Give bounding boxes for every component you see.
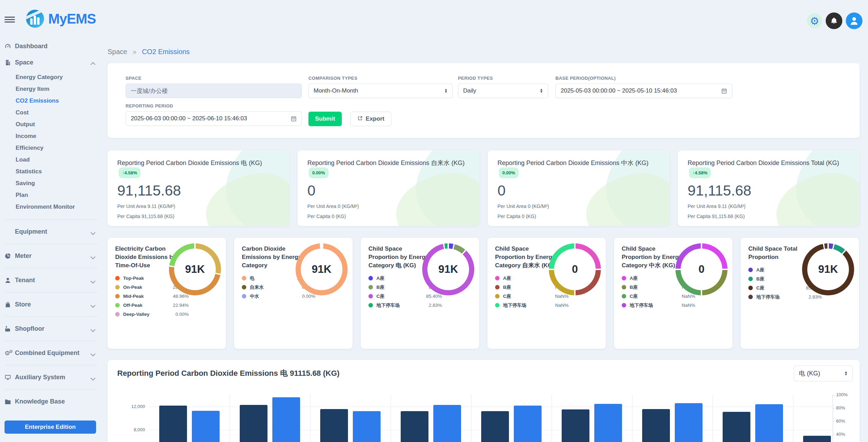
filter-panel: SPACE 一度城/办公楼 COMPARISON TYPES Month-On-… (108, 63, 860, 138)
donut-chart: 91K (422, 243, 474, 295)
app-logo[interactable]: MyEMS (26, 10, 96, 28)
bar-group9-series1 (803, 436, 831, 442)
legend-item[interactable]: 中水0.00% (242, 293, 315, 299)
breadcrumb-current: CO2 Emissions (142, 48, 190, 55)
legend-value: 85.40% (426, 294, 442, 299)
sidebar-subitem-energy-category[interactable]: Energy Category (16, 71, 102, 83)
sidebar-subitem-plan[interactable]: Plan (16, 189, 102, 201)
stat-card-badge: ↑4.58% (689, 167, 711, 178)
sidebar-subitem-output[interactable]: Output (16, 119, 102, 130)
v-gridline (552, 395, 552, 442)
legend-item[interactable]: C座NaN% (495, 293, 569, 299)
stat-card-per-unit-area: Per Unit Area 0 (KG/M²) (307, 203, 470, 209)
bar-chart-plot (149, 395, 833, 442)
comparison-types-select[interactable]: Month-On-Month ▲▼ (308, 84, 453, 98)
stat-card-per-unit-area: Per Unit Area 9.11 (KG/M²) (117, 203, 280, 209)
sidebar-subitem-saving[interactable]: Saving (16, 177, 102, 189)
sidebar-subitem-environment-monitor[interactable]: Environment Monitor (16, 201, 102, 213)
hamburger-menu-icon[interactable] (5, 17, 15, 23)
period-types-select[interactable]: Daily ▲▼ (458, 84, 548, 98)
legend-item[interactable]: 地下停车场NaN% (495, 302, 569, 308)
breadcrumb: Space » CO2 Emissions (108, 48, 190, 56)
bar-group2-series1 (240, 405, 267, 442)
y-axis-tick-12000: 12,000 (116, 404, 145, 409)
legend-value: 2.83% (429, 303, 442, 308)
legend-label: A座 (376, 275, 384, 281)
submit-button[interactable]: Submit (308, 112, 342, 126)
sidebar-item-auxiliary-system[interactable]: Auxiliary System (5, 369, 102, 385)
sidebar-item-label: Equipment (15, 228, 47, 235)
sidebar-subitem-cost[interactable]: Cost (16, 107, 102, 119)
legend-label: On-Peak (123, 284, 142, 290)
sidebar-subitem-load[interactable]: Load (16, 154, 102, 166)
sidebar-subitem-income[interactable]: Income (16, 130, 102, 142)
sidebar-subitem-statistics[interactable]: Statistics (16, 166, 102, 177)
donut-chart: 91K (802, 243, 854, 295)
sidebar-item-space[interactable]: Space (5, 54, 102, 71)
legend-label: C座 (630, 293, 638, 299)
legend-item[interactable]: C座NaN% (622, 293, 695, 299)
right-axis-label: 60% (836, 418, 845, 424)
sidebar-subitem-co2-emissions[interactable]: CO2 Emissions (16, 95, 102, 107)
sidebar-item-shopfloor[interactable]: Shopfloor (5, 321, 102, 337)
select-arrows-icon: ▲▼ (844, 371, 848, 376)
chart-energy-select[interactable]: 电 (KG) ▲▼ (794, 365, 853, 381)
bar-group6-series2 (594, 404, 622, 442)
sidebar-item-store[interactable]: Store (5, 296, 102, 313)
right-axis-tick (833, 422, 835, 422)
legend-value: 0.00% (302, 294, 315, 299)
bar-group7-series2 (675, 403, 703, 442)
legend-label: 中水 (250, 293, 259, 299)
export-button[interactable]: Export (350, 112, 391, 126)
sidebar-item-tenant[interactable]: Tenant (5, 272, 102, 288)
sidebar-item-equipment[interactable]: Equipment (5, 224, 102, 240)
sidebar-subitem-efficiency[interactable]: Efficiency (16, 142, 102, 154)
legend-item[interactable]: Mid-Peak48.96% (115, 293, 189, 299)
legend-item[interactable]: Off-Peak22.94% (115, 302, 189, 308)
notifications-bell-icon[interactable] (826, 12, 842, 29)
settings-gear-icon[interactable]: ⚙ (807, 13, 822, 28)
bar-group5-series2 (514, 406, 542, 442)
export-icon (357, 115, 363, 123)
sidebar-divider (5, 219, 98, 220)
sidebar-subitem-energy-item[interactable]: Energy Item (16, 83, 102, 95)
donut-center-value: 0 (681, 249, 722, 290)
legend-item[interactable]: C座85.40% (368, 293, 442, 299)
base-period-label: BASE PERIOD(OPTIONAL) (555, 76, 732, 81)
donut-chart: 91K (296, 243, 348, 295)
legend-label: Deep-Valley (123, 311, 150, 317)
stat-card-per-capita: Per Capita 91,115.68 (KG) (688, 214, 850, 219)
legend-item[interactable]: 地下停车场2.83% (748, 294, 822, 300)
reporting-period-input[interactable]: 2025-06-03 00:00:00 ~ 2025-06-10 15:46:0… (126, 111, 302, 126)
comparison-types-label: COMPARISON TYPES (308, 76, 453, 81)
legend-dot (368, 303, 373, 307)
legend-item[interactable]: Deep-Valley0.00% (115, 311, 189, 317)
legend-item[interactable]: 地下停车场2.83% (368, 302, 442, 308)
donut-center-value: 91K (301, 249, 342, 290)
stat-card-per-capita: Per Capita 0 (KG) (307, 214, 470, 219)
legend-label: B座 (503, 284, 511, 290)
user-avatar[interactable] (846, 12, 862, 29)
sidebar-item-combined-equipment[interactable]: ⚙⚙Combined Equipment (5, 345, 102, 361)
sidebar-item-label: Combined Equipment (15, 349, 79, 357)
legend-value: NaN% (555, 294, 569, 299)
sidebar-item-knowledge-base[interactable]: Knowledge Base (5, 393, 102, 410)
enterprise-edition-button[interactable]: Enterprise Edition (5, 421, 96, 434)
stat-card-per-unit-area: Per Unit Area 9.11 (KG/M²) (688, 203, 850, 209)
donut-card-5: Child Space Total Proportion91KA座3.62%B座… (741, 238, 859, 349)
legend-item[interactable]: 地下停车场NaN% (622, 302, 695, 308)
sidebar-item-dashboard[interactable]: Dashboard (5, 38, 102, 54)
v-gridline (793, 395, 793, 442)
building-icon (5, 59, 15, 66)
donut-center-value: 91K (427, 249, 469, 290)
legend-label: C座 (756, 285, 764, 291)
legend-dot (622, 303, 626, 307)
bar-group8-series1 (723, 412, 750, 442)
legend-dot (622, 294, 626, 298)
breadcrumb-separator: » (133, 48, 136, 55)
breadcrumb-parent[interactable]: Space (108, 48, 127, 55)
space-input[interactable]: 一度城/办公楼 (126, 84, 302, 98)
sidebar-item-meter[interactable]: Meter (5, 248, 102, 264)
base-period-input[interactable]: 2025-05-03 00:00:00 ~ 2025-05-10 15:46:0… (555, 84, 732, 98)
legend-label: Off-Peak (123, 302, 143, 308)
